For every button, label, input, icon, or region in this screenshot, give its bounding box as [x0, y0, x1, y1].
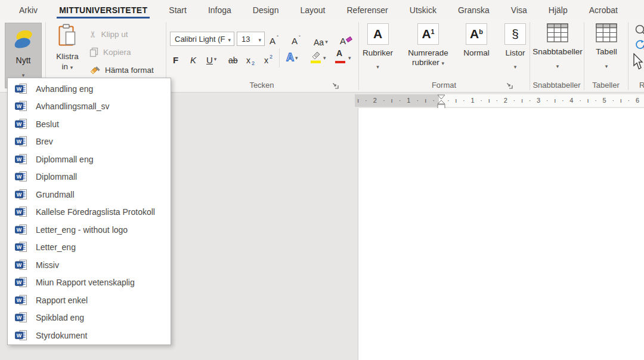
change-case-button[interactable]: Aa: [314, 33, 328, 47]
template-menu-item[interactable]: W Spikblad eng: [8, 309, 171, 327]
template-menu-item[interactable]: W Letter_eng - without logo: [8, 221, 171, 239]
template-menu-item[interactable]: W Styrdokument: [8, 327, 171, 344]
bold-button[interactable]: F: [173, 51, 178, 65]
superscript-button[interactable]: x 2: [264, 51, 273, 65]
template-menu-item[interactable]: W Beslut: [8, 115, 171, 133]
clear-formatting-button[interactable]: A: [340, 32, 352, 46]
format-painter-button[interactable]: Hämta format: [89, 63, 154, 77]
template-name: Spikblad eng: [36, 313, 84, 322]
chevron-down-icon: [325, 36, 328, 45]
text-effects-button[interactable]: A: [286, 50, 298, 64]
shrink-font-button[interactable]: A ˇ: [292, 32, 301, 46]
quick-tables-label: Snabbtabeller: [532, 47, 582, 56]
chevron-down-icon: [376, 60, 379, 71]
paste-label-line2: in: [62, 62, 69, 71]
font-dialog-launcher[interactable]: [332, 82, 339, 89]
template-menu-item[interactable]: W Diplommall eng: [8, 150, 171, 168]
template-menu-item[interactable]: W Letter_eng: [8, 239, 171, 257]
chevron-down-icon: [605, 60, 608, 70]
tab-visa[interactable]: Visa: [500, 0, 538, 20]
group-separator: [530, 22, 530, 90]
svg-text:W: W: [17, 244, 22, 250]
word-document-icon: W: [15, 136, 27, 147]
template-menu-item[interactable]: W Rapport enkel: [8, 291, 171, 309]
chevron-down-icon: [214, 53, 217, 63]
headings-button[interactable]: A Rubriker: [363, 23, 393, 71]
text-effects-icon: A: [286, 51, 294, 64]
template-menu-item[interactable]: W Diplommall: [8, 168, 171, 186]
cursor-arrow-icon: [633, 53, 644, 72]
tab-referenser[interactable]: Referenser: [336, 0, 399, 20]
template-menu-item[interactable]: W Brev: [8, 133, 171, 151]
find-button[interactable]: [634, 24, 644, 37]
new-button-label: Nytt: [16, 56, 31, 65]
chevron-down-icon: [258, 35, 264, 44]
word-document-icon: W: [15, 119, 27, 130]
tab-start[interactable]: Start: [158, 0, 197, 20]
format-dialog-launcher[interactable]: [506, 82, 513, 89]
tab-mittuniversitetet[interactable]: MITTUNIVERSITETET: [48, 0, 158, 20]
svg-text:W: W: [17, 121, 22, 127]
tab-arkiv[interactable]: Arkiv: [8, 0, 48, 20]
chevron-down-icon: [514, 60, 517, 71]
template-name: Beslut: [36, 119, 59, 129]
font-size-combobox[interactable]: 13: [237, 32, 265, 46]
template-menu-item[interactable]: W Grundmall: [8, 186, 171, 204]
select-button[interactable]: [633, 53, 644, 72]
tab-infoga[interactable]: Infoga: [197, 0, 242, 20]
italic-icon: K: [190, 55, 196, 65]
replace-button[interactable]: b: [634, 39, 644, 51]
svg-text:W: W: [17, 315, 22, 321]
template-menu-item[interactable]: W Miun Rapport vetenskaplig: [8, 274, 171, 292]
numbered-headings-label-line2: rubriker: [412, 58, 439, 67]
svg-text:W: W: [17, 174, 22, 180]
template-name: Letter_eng - without logo: [36, 225, 128, 235]
strikethrough-button[interactable]: ab: [228, 51, 238, 65]
lists-button[interactable]: § Listor: [504, 23, 526, 71]
group-separator: [584, 22, 584, 90]
insert-table-button[interactable]: Tabell: [587, 23, 626, 70]
italic-button[interactable]: K: [190, 51, 196, 65]
group-separator: [358, 22, 359, 90]
subscript-button[interactable]: x 2: [246, 51, 255, 65]
tab-hjalp[interactable]: Hjälp: [538, 0, 578, 20]
underline-button[interactable]: U: [206, 51, 216, 65]
template-menu-item[interactable]: W Avhandlingsmall_sv: [8, 98, 171, 116]
superscript-icon: x: [264, 56, 268, 65]
eraser-icon: [346, 36, 352, 42]
word-document-icon: W: [15, 295, 27, 306]
copy-icon: [89, 47, 99, 57]
tab-design[interactable]: Design: [242, 0, 290, 20]
template-menu-item[interactable]: W Kallelse Föredragslista Protokoll: [8, 204, 171, 221]
chevron-down-icon: [323, 51, 326, 61]
template-menu-item[interactable]: W Missiv: [8, 256, 171, 274]
font-name-combobox[interactable]: Calibri Light (F: [170, 32, 234, 46]
indent-marker[interactable]: [436, 94, 446, 109]
svg-text:W: W: [17, 333, 22, 339]
grow-font-icon: A: [270, 36, 275, 46]
normal-style-button[interactable]: Ab Normal: [463, 23, 490, 71]
font-color-button[interactable]: A: [335, 50, 351, 64]
numbered-headings-button[interactable]: A1 Numrerade rubriker: [408, 23, 448, 71]
word-window: Arkiv MITTUNIVERSITETET Start Infoga Des…: [0, 0, 644, 360]
word-document-icon: W: [15, 242, 27, 253]
template-name: Rapport enkel: [36, 296, 88, 305]
highlighter-icon: [310, 50, 322, 64]
word-document-icon: W: [15, 224, 27, 235]
template-name: Grundmall: [36, 190, 75, 199]
group-separator: [628, 22, 628, 90]
chevron-down-icon: [442, 58, 445, 67]
grow-font-button[interactable]: A ˆ: [270, 32, 278, 46]
underline-icon: U: [206, 55, 213, 65]
tab-acrobat[interactable]: Acrobat: [578, 0, 628, 20]
quick-tables-group-label: Snabbtabeller: [530, 81, 584, 90]
quick-tables-button[interactable]: Snabbtabeller: [532, 23, 583, 70]
highlight-color-button[interactable]: [310, 50, 326, 64]
tab-layout[interactable]: Layout: [289, 0, 336, 20]
template-dropdown-menu: W Avhandling eng W Avhandlingsma: [7, 78, 171, 345]
svg-text:W: W: [17, 209, 22, 215]
tab-utskick[interactable]: Utskick: [399, 0, 447, 20]
tab-granska[interactable]: Granska: [447, 0, 500, 20]
template-menu-item[interactable]: W Avhandling eng: [8, 80, 171, 98]
document-page[interactable]: [358, 108, 644, 360]
